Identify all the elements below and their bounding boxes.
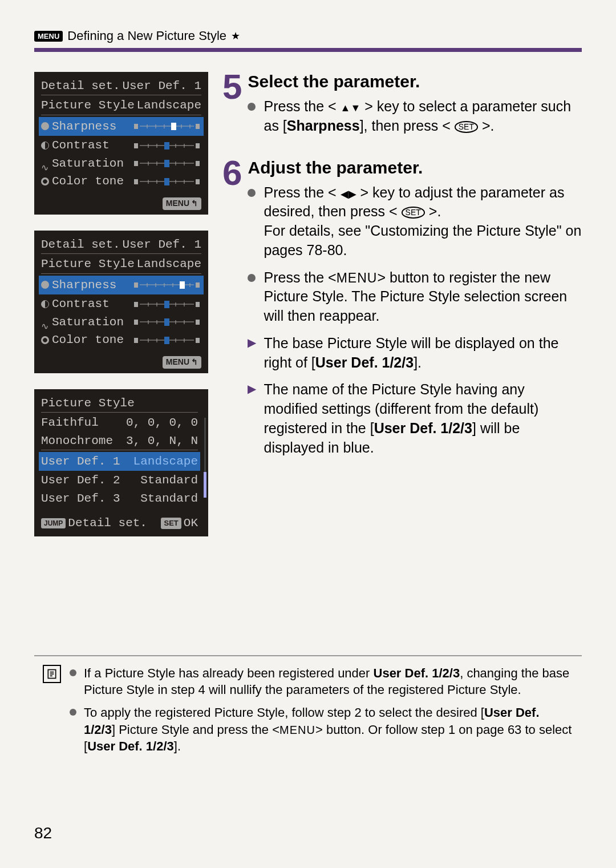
slider-colortone-2	[134, 335, 201, 345]
slider-contrast-1	[134, 140, 201, 151]
step-6: 6 Adjust the parameter. Press the < ◀▶ >…	[222, 158, 582, 466]
slider-saturation-2	[134, 317, 201, 327]
sharpness-icon	[41, 281, 49, 289]
lcd-screen-2: Detail set. User Def. 1 Picture Style La…	[34, 231, 208, 373]
lcd1-picstyle-value: Landscape	[137, 97, 201, 114]
header-title: Defining a New Picture Style	[67, 29, 226, 43]
step-6-bullet-2: Press the <MENU> button to register the …	[248, 268, 582, 326]
lcd3-row-val: Standard	[140, 472, 198, 488]
lcd2-userdef: User Def. 1	[122, 236, 201, 253]
header-star-icon: ★	[231, 30, 240, 42]
svg-rect-20	[196, 161, 200, 166]
step-5: 5 Select the parameter. Press the < ▲▼ >…	[222, 72, 582, 144]
set-button-icon: SET	[455, 121, 478, 133]
notes-box: If a Picture Style has already been regi…	[34, 655, 582, 769]
svg-rect-28	[134, 179, 138, 184]
note-1: If a Picture Style has already been regi…	[70, 665, 573, 699]
svg-rect-56	[134, 320, 138, 325]
set-button-icon: SET	[161, 518, 181, 529]
svg-rect-64	[164, 318, 169, 326]
svg-rect-65	[134, 338, 138, 343]
slider-sharpness-1	[134, 121, 201, 131]
lcd1-sharpness: Sharpness	[52, 118, 116, 135]
left-right-key-icon: ◀▶	[341, 188, 356, 200]
up-down-key-icon: ▲▼	[341, 102, 361, 114]
lcd3-row-val: 3, 0, N, N	[126, 433, 198, 449]
slider-sharpness-2	[134, 280, 201, 290]
step-6-result-1: The base Picture Style will be displayed…	[248, 334, 582, 373]
lcd2-title: Detail set.	[41, 236, 120, 253]
menu-back-button: MENU ↰	[163, 197, 201, 210]
note-icon	[43, 665, 61, 683]
lcd2-picstyle-label: Picture Style	[41, 256, 135, 272]
lcd3-row-val: Standard	[140, 490, 198, 507]
svg-rect-55	[164, 301, 169, 308]
lcd1-contrast: Contrast	[52, 137, 110, 154]
step-6-result-2: The name of the Picture Style having any…	[248, 380, 582, 457]
menu-back-button: MENU ↰	[163, 356, 201, 369]
step-5-title: Select the parameter.	[248, 72, 582, 91]
lcd2-picstyle-value: Landscape	[137, 256, 201, 272]
menu-badge-icon: MENU	[34, 31, 63, 42]
svg-rect-10	[134, 143, 138, 148]
set-button-icon: SET	[402, 207, 425, 219]
lcd1-saturation: Saturation	[52, 155, 124, 172]
lcd3-row-name: Monochrome	[41, 433, 113, 449]
svg-rect-9	[171, 123, 176, 130]
svg-rect-27	[164, 160, 169, 167]
lcd3-ok: OK	[184, 515, 198, 531]
contrast-icon	[41, 142, 49, 150]
svg-rect-37	[134, 282, 138, 288]
lcd2-saturation: Saturation	[52, 314, 124, 330]
page-number: 82	[34, 824, 52, 842]
svg-rect-29	[196, 179, 200, 184]
menu-button-icon: MENU	[279, 724, 315, 736]
svg-rect-48	[196, 302, 200, 307]
lcd3-detail-set: Detail set.	[68, 515, 147, 531]
slider-colortone-1	[134, 176, 201, 187]
svg-rect-73	[164, 337, 169, 344]
svg-rect-66	[196, 338, 200, 343]
lcd3-row-name: User Def. 3	[41, 490, 120, 507]
svg-rect-1	[196, 124, 200, 129]
menu-button-icon: MENU	[337, 271, 378, 285]
saturation-icon	[41, 318, 49, 326]
lcd1-colortone: Color tone	[52, 173, 124, 189]
lcd3-row-name: Faithful	[41, 414, 99, 431]
step-6-number: 6	[222, 158, 242, 466]
svg-rect-0	[134, 124, 138, 129]
lcd3-row-name: User Def. 2	[41, 472, 120, 488]
header-divider	[34, 48, 582, 52]
lcd-screen-1: Detail set. User Def. 1 Picture Style La…	[34, 72, 208, 215]
step-5-bullet-1: Press the < ▲▼ > key to select a paramet…	[248, 97, 582, 136]
lcd1-userdef: User Def. 1	[122, 78, 201, 94]
lcd3-row-val: Landscape	[133, 453, 198, 470]
lcd2-colortone: Color tone	[52, 332, 124, 348]
svg-rect-46	[180, 281, 185, 289]
saturation-icon	[41, 159, 49, 167]
lcd2-contrast: Contrast	[52, 296, 110, 312]
svg-rect-38	[196, 282, 200, 288]
contrast-icon	[41, 300, 49, 308]
sharpness-icon	[41, 122, 49, 130]
svg-rect-47	[134, 302, 138, 307]
step-6-bullet-1: Press the < ◀▶ > key to adjust the param…	[248, 183, 582, 260]
svg-rect-11	[196, 143, 200, 148]
page-header: MENU Defining a New Picture Style ★	[34, 29, 582, 43]
lcd3-row-name: User Def. 1	[41, 453, 120, 470]
svg-rect-18	[164, 142, 169, 150]
lcd2-sharpness: Sharpness	[52, 277, 116, 293]
slider-saturation-1	[134, 158, 201, 168]
lcd1-title: Detail set.	[41, 78, 120, 94]
scrollbar	[204, 418, 206, 495]
slider-contrast-2	[134, 299, 201, 309]
colortone-icon	[41, 177, 49, 185]
note-2: To apply the registered Picture Style, f…	[70, 704, 573, 755]
lcd1-picstyle-label: Picture Style	[41, 97, 135, 114]
step-5-number: 5	[222, 72, 242, 144]
svg-rect-36	[164, 178, 169, 185]
colortone-icon	[41, 336, 49, 344]
svg-rect-57	[196, 320, 200, 325]
lcd3-title: Picture Style	[41, 395, 135, 411]
jump-button-icon: JUMP	[41, 518, 66, 529]
